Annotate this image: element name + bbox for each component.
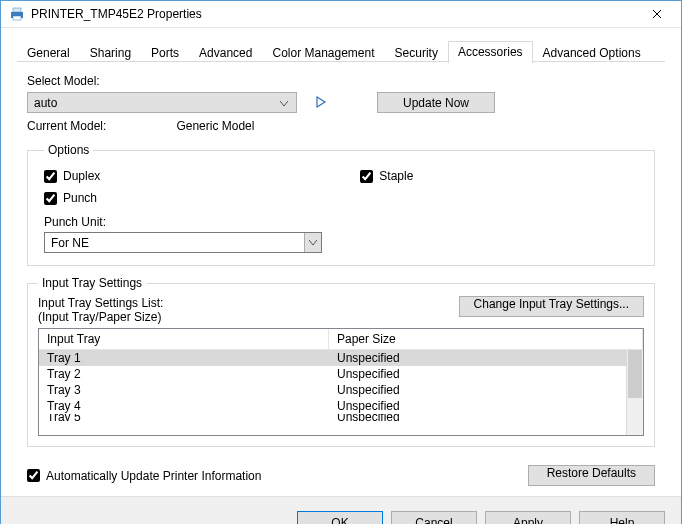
help-button[interactable]: Help [579,511,665,524]
tab-general[interactable]: General [17,42,80,63]
tray-table-header: Input Tray Paper Size [39,329,643,350]
punch-unit-value: For NE [51,236,89,250]
tray-list-sublabel: (Input Tray/Paper Size) [38,310,163,324]
printer-icon [9,6,25,22]
table-row[interactable]: Tray 2 Unspecified [39,366,643,382]
table-row[interactable]: Tray 1 Unspecified [39,350,643,366]
select-model-label: Select Model: [27,74,655,88]
tab-accessories[interactable]: Accessories [448,41,533,63]
table-row[interactable]: Tray 3 Unspecified [39,382,643,398]
tab-sharing[interactable]: Sharing [80,42,141,63]
restore-defaults-button[interactable]: Restore Defaults [528,465,655,486]
tab-ports[interactable]: Ports [141,42,189,63]
titlebar: PRINTER_TMP45E2 Properties [1,1,681,28]
tab-security[interactable]: Security [385,42,448,63]
properties-dialog: PRINTER_TMP45E2 Properties General Shari… [0,0,682,524]
tray-group: Input Tray Settings Input Tray Settings … [27,276,655,447]
svg-rect-1 [13,8,21,12]
change-tray-button[interactable]: Change Input Tray Settings... [459,296,644,317]
options-group: Options Duplex Staple Punch Punch Unit: … [27,143,655,266]
staple-checkbox[interactable]: Staple [360,169,413,183]
window-title: PRINTER_TMP45E2 Properties [31,7,637,21]
model-select-value: auto [34,96,57,110]
svg-rect-2 [13,16,21,20]
duplex-checkbox[interactable]: Duplex [44,169,100,183]
apply-button[interactable]: Apply [485,511,571,524]
close-button[interactable] [637,1,677,27]
model-select[interactable]: auto [27,92,297,113]
chevron-down-icon [276,96,292,110]
update-now-button[interactable]: Update Now [377,92,495,113]
options-legend: Options [44,143,93,157]
col-input-tray[interactable]: Input Tray [39,329,329,349]
play-icon[interactable] [315,95,327,111]
current-model-label: Current Model: [27,119,106,133]
ok-button[interactable]: OK [297,511,383,524]
table-row[interactable]: Tray 4 Unspecified [39,398,643,414]
tray-table: Input Tray Paper Size Tray 1 Unspecified… [38,328,644,436]
tab-advanced[interactable]: Advanced [189,42,262,63]
punch-unit-label: Punch Unit: [44,215,638,229]
current-model-value: Generic Model [176,119,254,133]
tray-legend: Input Tray Settings [38,276,146,290]
scrollbar[interactable] [626,350,643,435]
col-paper-size[interactable]: Paper Size [329,329,643,349]
tab-advanced-options[interactable]: Advanced Options [533,42,651,63]
tab-color-management[interactable]: Color Management [262,42,384,63]
table-row[interactable]: Tray 5 Unspecified [39,414,643,421]
tab-strip: General Sharing Ports Advanced Color Man… [1,28,681,62]
dialog-button-bar: OK Cancel Apply Help [1,496,681,524]
tray-list-label: Input Tray Settings List: [38,296,163,310]
punch-checkbox[interactable]: Punch [44,191,638,205]
chevron-down-icon [304,233,321,252]
auto-update-checkbox[interactable]: Automatically Update Printer Information [27,469,261,483]
cancel-button[interactable]: Cancel [391,511,477,524]
scrollbar-thumb[interactable] [628,350,642,398]
punch-unit-select[interactable]: For NE [44,232,322,253]
